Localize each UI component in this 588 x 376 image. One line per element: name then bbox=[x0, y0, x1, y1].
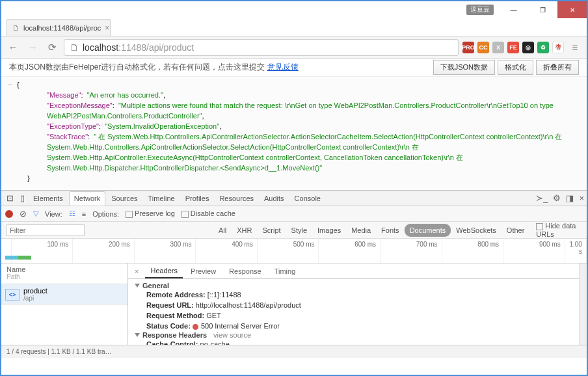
filter-other[interactable]: Other bbox=[501, 224, 530, 237]
browser-tab[interactable]: 🗋 localhost:11488/api/proc × bbox=[7, 19, 111, 36]
url-path: :11488/api/product bbox=[118, 42, 194, 53]
view-source-link[interactable]: view source bbox=[213, 331, 251, 339]
title-badge: 逗豆豆 bbox=[466, 5, 494, 15]
ext-pro-icon[interactable]: PRO bbox=[462, 42, 474, 53]
forward-button[interactable]: → bbox=[25, 40, 40, 55]
close-button[interactable]: ✕ bbox=[557, 1, 587, 18]
fehelper-text: 本页JSON数据由FeHelper进行自动格式化，若有任何问题，点击这里提交 bbox=[9, 62, 267, 72]
ext-xing-icon[interactable]: 杏 bbox=[552, 42, 564, 53]
request-row[interactable]: <> product /api bbox=[1, 284, 127, 305]
json-viewer[interactable]: −{ "Message": "An error has occurred.", … bbox=[1, 77, 587, 191]
status-dot-icon bbox=[193, 324, 198, 330]
ext-circle-icon[interactable]: ◎ bbox=[522, 42, 534, 53]
tab-timeline[interactable]: Timeline bbox=[144, 192, 180, 205]
tab-profiles[interactable]: Profiles bbox=[181, 192, 214, 205]
back-button[interactable]: ← bbox=[5, 40, 21, 55]
preserve-log-checkbox[interactable]: Preserve log bbox=[126, 209, 175, 218]
view-large-icon[interactable]: ☷ bbox=[69, 209, 75, 218]
tab-title: localhost:11488/api/proc bbox=[23, 24, 101, 32]
timeline[interactable]: 100 ms 200 ms 300 ms 400 ms 500 ms 600 m… bbox=[1, 239, 587, 263]
filter-fonts[interactable]: Fonts bbox=[376, 224, 405, 237]
scrollbar[interactable] bbox=[579, 263, 587, 345]
disable-cache-checkbox[interactable]: Disable cache bbox=[181, 209, 235, 218]
ext-recycle-icon[interactable]: ♻ bbox=[537, 42, 549, 53]
url-host: localhost bbox=[83, 42, 118, 53]
document-icon: <> bbox=[5, 289, 20, 301]
tab-close-icon[interactable]: × bbox=[105, 23, 109, 33]
tab-elements[interactable]: Elements bbox=[29, 192, 68, 205]
status-bar: 1 / 4 requests | 1.1 KB / 1.1 KB tra… bbox=[1, 345, 587, 358]
format-button[interactable]: 格式化 bbox=[498, 60, 533, 75]
view-label: View: bbox=[45, 210, 62, 218]
tab-timing[interactable]: Timing bbox=[269, 265, 301, 278]
request-name: product bbox=[23, 287, 47, 295]
minimize-button[interactable]: — bbox=[499, 1, 528, 18]
view-small-icon[interactable]: ≡ bbox=[82, 210, 86, 218]
filter-documents[interactable]: Documents bbox=[405, 224, 451, 237]
tab-headers[interactable]: Headers bbox=[145, 264, 183, 278]
menu-button[interactable]: ≡ bbox=[567, 40, 583, 55]
device-icon[interactable]: ▯ bbox=[18, 193, 27, 203]
headers-panel[interactable]: General Remote Address: [::1]:11488 Requ… bbox=[128, 279, 579, 345]
col-path: Path bbox=[7, 273, 122, 280]
filter-xhr[interactable]: XHR bbox=[232, 224, 257, 237]
tab-audits[interactable]: Audits bbox=[260, 192, 289, 205]
ext-x-icon[interactable]: X bbox=[492, 42, 504, 53]
drawer-icon[interactable]: ≻_ bbox=[536, 193, 548, 203]
page-icon: 🗋 bbox=[12, 24, 20, 32]
settings-icon[interactable]: ⚙ bbox=[553, 193, 561, 203]
filter-icon[interactable]: ▽ bbox=[33, 209, 38, 218]
ext-fe-icon[interactable]: FE bbox=[507, 42, 519, 53]
filter-websockets[interactable]: WebSockets bbox=[451, 224, 501, 237]
clear-button[interactable]: ⊘ bbox=[20, 209, 27, 219]
filter-style[interactable]: Style bbox=[286, 224, 312, 237]
collapse-all-button[interactable]: 折叠所有 bbox=[536, 60, 579, 75]
options-label: Options: bbox=[92, 210, 119, 218]
tab-resources[interactable]: Resources bbox=[215, 192, 258, 205]
feedback-link[interactable]: 意见反馈 bbox=[267, 62, 299, 72]
detail-close-icon[interactable]: × bbox=[131, 267, 142, 275]
ext-cc-icon[interactable]: CC bbox=[477, 42, 489, 53]
record-button[interactable] bbox=[5, 210, 13, 218]
dock-icon[interactable]: ◨ bbox=[566, 193, 574, 203]
tab-sources[interactable]: Sources bbox=[107, 192, 142, 205]
hide-data-urls-checkbox[interactable]: Hide data URLs bbox=[536, 222, 587, 238]
filter-input[interactable] bbox=[7, 224, 85, 236]
col-name[interactable]: Name bbox=[7, 265, 122, 273]
tab-console[interactable]: Console bbox=[290, 192, 325, 205]
download-json-button[interactable]: 下载JSON数据 bbox=[433, 60, 495, 75]
tab-response[interactable]: Response bbox=[224, 265, 267, 278]
devtools-close-icon[interactable]: × bbox=[579, 193, 584, 203]
tab-preview[interactable]: Preview bbox=[185, 265, 221, 278]
tab-network[interactable]: Network bbox=[69, 191, 105, 206]
reload-button[interactable]: ⟳ bbox=[44, 40, 60, 55]
extension-icons: PRO CC X FE ◎ ♻ 杏 ≡ bbox=[462, 40, 583, 55]
filter-script[interactable]: Script bbox=[257, 224, 286, 237]
inspect-icon[interactable]: ⊡ bbox=[4, 193, 16, 203]
filter-media[interactable]: Media bbox=[346, 224, 376, 237]
filter-images[interactable]: Images bbox=[312, 224, 346, 237]
request-path: /api bbox=[23, 295, 47, 302]
maximize-button[interactable]: ❐ bbox=[528, 1, 557, 18]
filter-all[interactable]: All bbox=[213, 224, 232, 237]
address-bar[interactable]: 🗋 localhost:11488/api/product bbox=[64, 39, 459, 56]
page-icon: 🗋 bbox=[70, 42, 79, 53]
